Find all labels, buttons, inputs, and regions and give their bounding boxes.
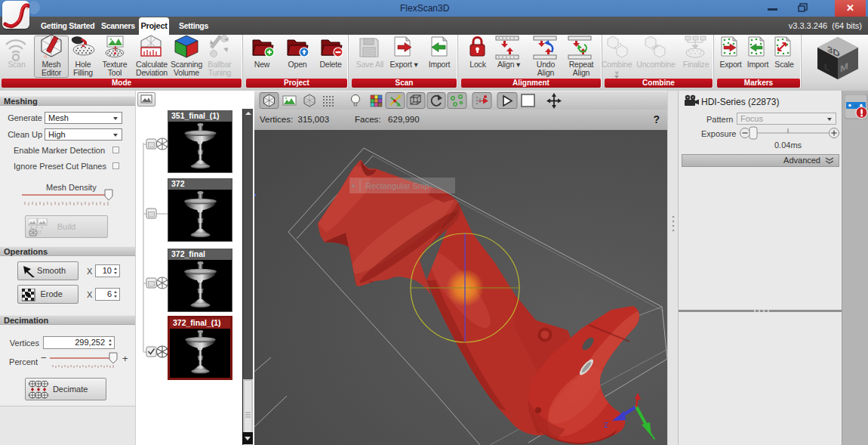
svg-text:Rectangular Snip: Rectangular Snip [365,181,429,190]
svg-text:−: − [41,352,47,363]
svg-text:+: + [122,353,128,364]
svg-text:z: z [604,419,608,430]
